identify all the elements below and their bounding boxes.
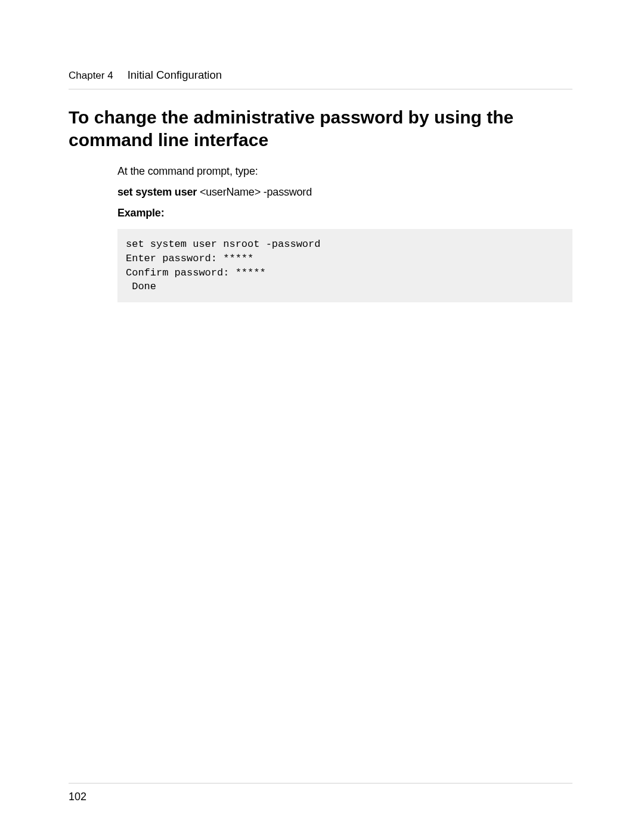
example-label: Example: (117, 207, 572, 219)
intro-text: At the command prompt, type: (117, 165, 572, 178)
body-block: At the command prompt, type: set system … (117, 165, 572, 302)
command-syntax: set system user <userName> -password (117, 186, 572, 199)
section-heading: To change the administrative password by… (69, 106, 572, 151)
page-number: 102 (69, 791, 86, 803)
command-bold: set system user (117, 186, 197, 198)
chapter-title: Initial Configuration (128, 69, 222, 82)
running-header: Chapter 4 Initial Configuration (69, 69, 572, 89)
code-block: set system user nsroot -password Enter p… (117, 229, 572, 302)
command-rest: <userName> -password (197, 186, 312, 198)
page-footer: 102 (69, 783, 572, 803)
chapter-label: Chapter 4 (69, 70, 113, 82)
page-container: Chapter 4 Initial Configuration To chang… (0, 0, 644, 833)
